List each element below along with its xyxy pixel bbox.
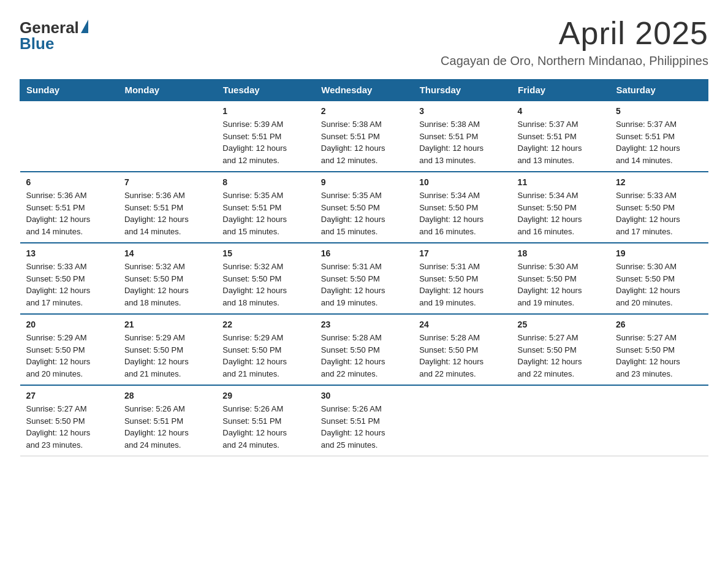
calendar-cell: 22Sunrise: 5:29 AMSunset: 5:50 PMDayligh… [216, 314, 314, 385]
day-number: 2 [321, 106, 407, 116]
calendar-cell: 11Sunrise: 5:34 AMSunset: 5:50 PMDayligh… [512, 172, 610, 243]
calendar-cell: 4Sunrise: 5:37 AMSunset: 5:51 PMDaylight… [512, 101, 610, 172]
day-number: 3 [419, 106, 505, 116]
logo-general-text: General [20, 20, 88, 36]
day-info: Sunrise: 5:32 AMSunset: 5:50 PMDaylight:… [124, 261, 210, 308]
day-number: 6 [26, 177, 112, 187]
calendar-day-header: Tuesday [216, 80, 314, 101]
calendar-day-header: Thursday [413, 80, 511, 101]
day-number: 25 [518, 320, 604, 329]
calendar-cell: 19Sunrise: 5:30 AMSunset: 5:50 PMDayligh… [610, 243, 708, 314]
day-number: 16 [321, 248, 407, 258]
calendar-cell [512, 385, 610, 456]
calendar-cell [20, 101, 118, 172]
calendar-day-header: Wednesday [315, 80, 413, 101]
calendar-cell: 16Sunrise: 5:31 AMSunset: 5:50 PMDayligh… [315, 243, 413, 314]
day-info: Sunrise: 5:27 AMSunset: 5:50 PMDaylight:… [26, 403, 112, 451]
logo-blue-text: Blue [20, 34, 54, 53]
day-number: 18 [518, 248, 604, 258]
day-info: Sunrise: 5:35 AMSunset: 5:51 PMDaylight:… [222, 190, 308, 237]
day-number: 7 [124, 177, 210, 187]
day-info: Sunrise: 5:27 AMSunset: 5:50 PMDaylight:… [518, 332, 604, 380]
day-info: Sunrise: 5:29 AMSunset: 5:50 PMDaylight:… [124, 332, 210, 380]
day-info: Sunrise: 5:29 AMSunset: 5:50 PMDaylight:… [222, 332, 308, 380]
day-info: Sunrise: 5:33 AMSunset: 5:50 PMDaylight:… [616, 190, 702, 237]
calendar-cell: 15Sunrise: 5:32 AMSunset: 5:50 PMDayligh… [216, 243, 314, 314]
calendar-cell: 25Sunrise: 5:27 AMSunset: 5:50 PMDayligh… [512, 314, 610, 385]
day-number: 17 [419, 248, 505, 258]
day-info: Sunrise: 5:38 AMSunset: 5:51 PMDaylight:… [321, 118, 407, 166]
logo: General Blue [20, 20, 88, 53]
calendar-week-row: 20Sunrise: 5:29 AMSunset: 5:50 PMDayligh… [20, 314, 708, 385]
calendar-cell: 20Sunrise: 5:29 AMSunset: 5:50 PMDayligh… [20, 314, 118, 385]
day-info: Sunrise: 5:27 AMSunset: 5:50 PMDaylight:… [616, 332, 702, 380]
calendar-day-header: Saturday [610, 80, 708, 101]
day-info: Sunrise: 5:37 AMSunset: 5:51 PMDaylight:… [616, 118, 702, 166]
day-info: Sunrise: 5:38 AMSunset: 5:51 PMDaylight:… [419, 118, 505, 166]
calendar-day-header: Friday [512, 80, 610, 101]
calendar-cell: 6Sunrise: 5:36 AMSunset: 5:51 PMDaylight… [20, 172, 118, 243]
calendar-day-header: Monday [118, 80, 216, 101]
calendar-cell: 5Sunrise: 5:37 AMSunset: 5:51 PMDaylight… [610, 101, 708, 172]
day-number: 22 [222, 320, 308, 329]
calendar-cell: 24Sunrise: 5:28 AMSunset: 5:50 PMDayligh… [413, 314, 511, 385]
day-info: Sunrise: 5:26 AMSunset: 5:51 PMDaylight:… [124, 403, 210, 451]
calendar-cell: 2Sunrise: 5:38 AMSunset: 5:51 PMDaylight… [315, 101, 413, 172]
day-info: Sunrise: 5:26 AMSunset: 5:51 PMDaylight:… [222, 403, 308, 451]
day-number: 10 [419, 177, 505, 187]
day-number: 30 [321, 391, 407, 400]
title-block: April 2025 Cagayan de Oro, Northern Mind… [441, 15, 708, 68]
day-info: Sunrise: 5:35 AMSunset: 5:50 PMDaylight:… [321, 190, 407, 237]
day-number: 14 [124, 248, 210, 258]
day-info: Sunrise: 5:30 AMSunset: 5:50 PMDaylight:… [616, 261, 702, 308]
day-info: Sunrise: 5:39 AMSunset: 5:51 PMDaylight:… [222, 118, 308, 166]
calendar-cell [413, 385, 511, 456]
day-info: Sunrise: 5:37 AMSunset: 5:51 PMDaylight:… [518, 118, 604, 166]
day-info: Sunrise: 5:34 AMSunset: 5:50 PMDaylight:… [419, 190, 505, 237]
day-info: Sunrise: 5:30 AMSunset: 5:50 PMDaylight:… [518, 261, 604, 308]
day-info: Sunrise: 5:31 AMSunset: 5:50 PMDaylight:… [321, 261, 407, 308]
calendar-cell: 3Sunrise: 5:38 AMSunset: 5:51 PMDaylight… [413, 101, 511, 172]
day-number: 20 [26, 320, 112, 329]
calendar-cell: 18Sunrise: 5:30 AMSunset: 5:50 PMDayligh… [512, 243, 610, 314]
calendar-cell: 9Sunrise: 5:35 AMSunset: 5:50 PMDaylight… [315, 172, 413, 243]
day-number: 21 [124, 320, 210, 329]
day-info: Sunrise: 5:32 AMSunset: 5:50 PMDaylight:… [222, 261, 308, 308]
day-info: Sunrise: 5:33 AMSunset: 5:50 PMDaylight:… [26, 261, 112, 308]
calendar-cell: 1Sunrise: 5:39 AMSunset: 5:51 PMDaylight… [216, 101, 314, 172]
day-info: Sunrise: 5:36 AMSunset: 5:51 PMDaylight:… [26, 190, 112, 237]
day-number: 12 [616, 177, 702, 187]
calendar-cell [610, 385, 708, 456]
day-info: Sunrise: 5:31 AMSunset: 5:50 PMDaylight:… [419, 261, 505, 308]
header: General Blue April 2025 Cagayan de Oro, … [20, 15, 708, 68]
day-number: 15 [222, 248, 308, 258]
calendar-cell: 29Sunrise: 5:26 AMSunset: 5:51 PMDayligh… [216, 385, 314, 456]
calendar-cell [118, 101, 216, 172]
day-number: 11 [518, 177, 604, 187]
day-number: 26 [616, 320, 702, 329]
calendar-cell: 21Sunrise: 5:29 AMSunset: 5:50 PMDayligh… [118, 314, 216, 385]
page-title: April 2025 [441, 15, 708, 52]
day-number: 28 [124, 391, 210, 400]
day-number: 5 [616, 106, 702, 116]
calendar-cell: 12Sunrise: 5:33 AMSunset: 5:50 PMDayligh… [610, 172, 708, 243]
day-number: 29 [222, 391, 308, 400]
day-number: 23 [321, 320, 407, 329]
day-number: 19 [616, 248, 702, 258]
calendar-cell: 23Sunrise: 5:28 AMSunset: 5:50 PMDayligh… [315, 314, 413, 385]
logo-triangle-icon [81, 20, 88, 33]
calendar-week-row: 1Sunrise: 5:39 AMSunset: 5:51 PMDaylight… [20, 101, 708, 172]
calendar-table: SundayMondayTuesdayWednesdayThursdayFrid… [20, 79, 708, 456]
day-info: Sunrise: 5:28 AMSunset: 5:50 PMDaylight:… [321, 332, 407, 380]
day-number: 13 [26, 248, 112, 258]
day-number: 8 [222, 177, 308, 187]
calendar-cell: 10Sunrise: 5:34 AMSunset: 5:50 PMDayligh… [413, 172, 511, 243]
calendar-day-header: Sunday [20, 80, 118, 101]
calendar-cell: 28Sunrise: 5:26 AMSunset: 5:51 PMDayligh… [118, 385, 216, 456]
page-subtitle: Cagayan de Oro, Northern Mindanao, Phili… [441, 54, 708, 68]
day-info: Sunrise: 5:34 AMSunset: 5:50 PMDaylight:… [518, 190, 604, 237]
calendar-cell: 30Sunrise: 5:26 AMSunset: 5:51 PMDayligh… [315, 385, 413, 456]
calendar-week-row: 6Sunrise: 5:36 AMSunset: 5:51 PMDaylight… [20, 172, 708, 243]
calendar-header-row: SundayMondayTuesdayWednesdayThursdayFrid… [20, 80, 708, 101]
calendar-week-row: 27Sunrise: 5:27 AMSunset: 5:50 PMDayligh… [20, 385, 708, 456]
